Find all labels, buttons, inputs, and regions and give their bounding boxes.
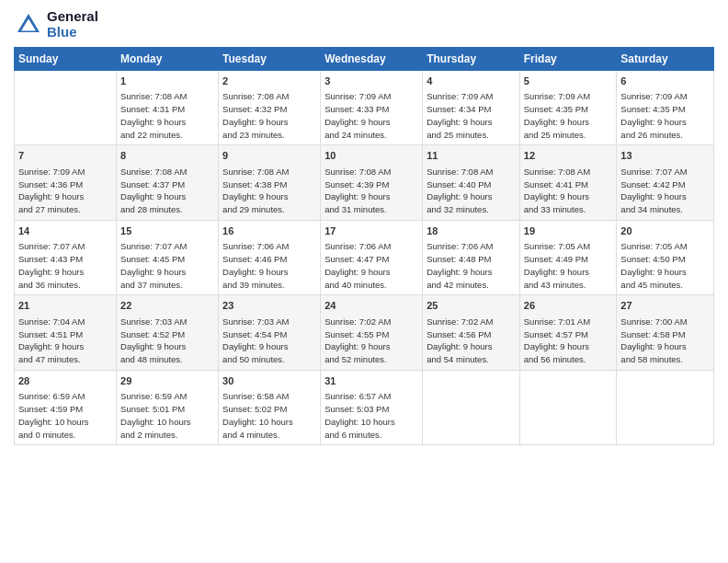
- calendar-cell: 4Sunrise: 7:09 AMSunset: 4:34 PMDaylight…: [423, 71, 520, 145]
- day-number: 15: [120, 224, 214, 238]
- day-info: Sunrise: 7:08 AMSunset: 4:37 PMDaylight:…: [120, 166, 214, 216]
- calendar-cell: 27Sunrise: 7:00 AMSunset: 4:58 PMDayligh…: [617, 295, 714, 370]
- calendar-cell: 28Sunrise: 6:59 AMSunset: 4:59 PMDayligh…: [15, 370, 117, 444]
- day-number: 18: [427, 224, 516, 238]
- day-number: 28: [18, 374, 112, 388]
- day-info: Sunrise: 7:06 AMSunset: 4:46 PMDaylight:…: [222, 240, 316, 291]
- day-number: 6: [620, 75, 710, 88]
- day-number: 22: [120, 299, 214, 313]
- day-info: Sunrise: 7:08 AMSunset: 4:31 PMDaylight:…: [120, 90, 214, 141]
- calendar-cell: 14Sunrise: 7:07 AMSunset: 4:43 PMDayligh…: [15, 220, 117, 294]
- day-info: Sunrise: 7:02 AMSunset: 4:55 PMDaylight:…: [324, 316, 418, 366]
- day-info: Sunrise: 6:59 AMSunset: 5:01 PMDaylight:…: [120, 390, 214, 441]
- calendar-cell: [15, 71, 117, 145]
- day-number: 19: [524, 224, 613, 238]
- calendar-cell: 29Sunrise: 6:59 AMSunset: 5:01 PMDayligh…: [117, 370, 219, 444]
- day-info: Sunrise: 6:57 AMSunset: 5:03 PMDaylight:…: [324, 390, 418, 441]
- day-info: Sunrise: 7:06 AMSunset: 4:48 PMDaylight:…: [427, 240, 516, 291]
- calendar-cell: 10Sunrise: 7:08 AMSunset: 4:39 PMDayligh…: [321, 145, 423, 220]
- calendar-cell: [617, 370, 714, 444]
- calendar-cell: 19Sunrise: 7:05 AMSunset: 4:49 PMDayligh…: [519, 220, 617, 294]
- day-number: 4: [427, 75, 516, 88]
- day-number: 29: [120, 374, 214, 388]
- header-day-friday: Friday: [519, 48, 617, 71]
- day-number: 9: [222, 149, 316, 163]
- calendar-cell: 5Sunrise: 7:09 AMSunset: 4:35 PMDaylight…: [519, 71, 617, 145]
- day-number: 3: [324, 75, 418, 88]
- day-info: Sunrise: 7:00 AMSunset: 4:58 PMDaylight:…: [620, 316, 710, 366]
- day-info: Sunrise: 7:07 AMSunset: 4:45 PMDaylight:…: [120, 240, 214, 291]
- day-info: Sunrise: 7:08 AMSunset: 4:39 PMDaylight:…: [324, 166, 418, 216]
- calendar-cell: 16Sunrise: 7:06 AMSunset: 4:46 PMDayligh…: [219, 220, 321, 294]
- day-info: Sunrise: 7:08 AMSunset: 4:41 PMDaylight:…: [524, 166, 613, 216]
- calendar-week-row: 28Sunrise: 6:59 AMSunset: 4:59 PMDayligh…: [15, 370, 714, 444]
- day-number: 24: [324, 299, 418, 313]
- calendar-cell: 12Sunrise: 7:08 AMSunset: 4:41 PMDayligh…: [519, 145, 617, 220]
- day-number: 8: [120, 149, 214, 163]
- day-info: Sunrise: 7:09 AMSunset: 4:36 PMDaylight:…: [18, 166, 112, 216]
- calendar-cell: 23Sunrise: 7:03 AMSunset: 4:54 PMDayligh…: [219, 295, 321, 370]
- day-info: Sunrise: 7:02 AMSunset: 4:56 PMDaylight:…: [427, 316, 516, 366]
- day-info: Sunrise: 7:03 AMSunset: 4:54 PMDaylight:…: [222, 316, 316, 366]
- day-info: Sunrise: 7:09 AMSunset: 4:34 PMDaylight:…: [427, 90, 516, 141]
- header-day-tuesday: Tuesday: [219, 48, 321, 71]
- day-number: 26: [524, 299, 613, 313]
- header: General Blue: [14, 9, 714, 40]
- day-info: Sunrise: 7:03 AMSunset: 4:52 PMDaylight:…: [120, 316, 214, 366]
- day-info: Sunrise: 7:05 AMSunset: 4:49 PMDaylight:…: [524, 240, 613, 291]
- header-day-monday: Monday: [117, 48, 219, 71]
- day-number: 23: [222, 299, 316, 313]
- day-info: Sunrise: 7:07 AMSunset: 4:42 PMDaylight:…: [620, 166, 710, 216]
- day-info: Sunrise: 7:09 AMSunset: 4:35 PMDaylight:…: [524, 90, 613, 141]
- calendar-body: 1Sunrise: 7:08 AMSunset: 4:31 PMDaylight…: [15, 71, 714, 445]
- logo-text: General Blue: [47, 9, 98, 40]
- calendar-week-row: 14Sunrise: 7:07 AMSunset: 4:43 PMDayligh…: [15, 220, 714, 294]
- calendar-cell: 8Sunrise: 7:08 AMSunset: 4:37 PMDaylight…: [117, 145, 219, 220]
- header-day-wednesday: Wednesday: [321, 48, 423, 71]
- header-day-saturday: Saturday: [617, 48, 714, 71]
- calendar-week-row: 21Sunrise: 7:04 AMSunset: 4:51 PMDayligh…: [15, 295, 714, 370]
- header-day-sunday: Sunday: [15, 48, 117, 71]
- day-info: Sunrise: 7:07 AMSunset: 4:43 PMDaylight:…: [18, 240, 112, 291]
- calendar-cell: 18Sunrise: 7:06 AMSunset: 4:48 PMDayligh…: [423, 220, 520, 294]
- calendar-cell: 1Sunrise: 7:08 AMSunset: 4:31 PMDaylight…: [117, 71, 219, 145]
- calendar-header-row: SundayMondayTuesdayWednesdayThursdayFrid…: [15, 48, 714, 71]
- calendar-cell: 25Sunrise: 7:02 AMSunset: 4:56 PMDayligh…: [423, 295, 520, 370]
- calendar-cell: 6Sunrise: 7:09 AMSunset: 4:35 PMDaylight…: [617, 71, 714, 145]
- calendar-cell: 13Sunrise: 7:07 AMSunset: 4:42 PMDayligh…: [617, 145, 714, 220]
- day-number: 13: [620, 149, 710, 163]
- day-number: 20: [620, 224, 710, 238]
- calendar-cell: [519, 370, 617, 444]
- calendar-table: SundayMondayTuesdayWednesdayThursdayFrid…: [14, 47, 714, 445]
- day-number: 17: [324, 224, 418, 238]
- day-info: Sunrise: 7:08 AMSunset: 4:40 PMDaylight:…: [427, 166, 516, 216]
- logo: General Blue: [14, 9, 98, 40]
- day-info: Sunrise: 7:08 AMSunset: 4:32 PMDaylight:…: [222, 90, 316, 141]
- logo-icon: [14, 10, 43, 40]
- calendar-cell: 30Sunrise: 6:58 AMSunset: 5:02 PMDayligh…: [219, 370, 321, 444]
- day-info: Sunrise: 7:01 AMSunset: 4:57 PMDaylight:…: [524, 316, 613, 366]
- day-number: 2: [222, 75, 316, 88]
- calendar-cell: 17Sunrise: 7:06 AMSunset: 4:47 PMDayligh…: [321, 220, 423, 294]
- day-number: 30: [222, 374, 316, 388]
- calendar-cell: 20Sunrise: 7:05 AMSunset: 4:50 PMDayligh…: [617, 220, 714, 294]
- header-day-thursday: Thursday: [423, 48, 520, 71]
- calendar-week-row: 7Sunrise: 7:09 AMSunset: 4:36 PMDaylight…: [15, 145, 714, 220]
- day-number: 7: [18, 149, 112, 163]
- calendar-cell: 26Sunrise: 7:01 AMSunset: 4:57 PMDayligh…: [519, 295, 617, 370]
- day-number: 5: [524, 75, 613, 88]
- day-number: 10: [324, 149, 418, 163]
- day-number: 1: [120, 75, 214, 88]
- calendar-cell: 9Sunrise: 7:08 AMSunset: 4:38 PMDaylight…: [219, 145, 321, 220]
- day-info: Sunrise: 6:59 AMSunset: 4:59 PMDaylight:…: [18, 390, 112, 441]
- page-container: General Blue SundayMondayTuesdayWednesda…: [0, 0, 728, 454]
- calendar-week-row: 1Sunrise: 7:08 AMSunset: 4:31 PMDaylight…: [15, 71, 714, 145]
- calendar-cell: [423, 370, 520, 444]
- day-info: Sunrise: 7:08 AMSunset: 4:38 PMDaylight:…: [222, 166, 316, 216]
- calendar-cell: 15Sunrise: 7:07 AMSunset: 4:45 PMDayligh…: [117, 220, 219, 294]
- day-info: Sunrise: 6:58 AMSunset: 5:02 PMDaylight:…: [222, 390, 316, 441]
- calendar-cell: 22Sunrise: 7:03 AMSunset: 4:52 PMDayligh…: [117, 295, 219, 370]
- calendar-cell: 31Sunrise: 6:57 AMSunset: 5:03 PMDayligh…: [321, 370, 423, 444]
- day-number: 21: [18, 299, 112, 313]
- day-info: Sunrise: 7:06 AMSunset: 4:47 PMDaylight:…: [324, 240, 418, 291]
